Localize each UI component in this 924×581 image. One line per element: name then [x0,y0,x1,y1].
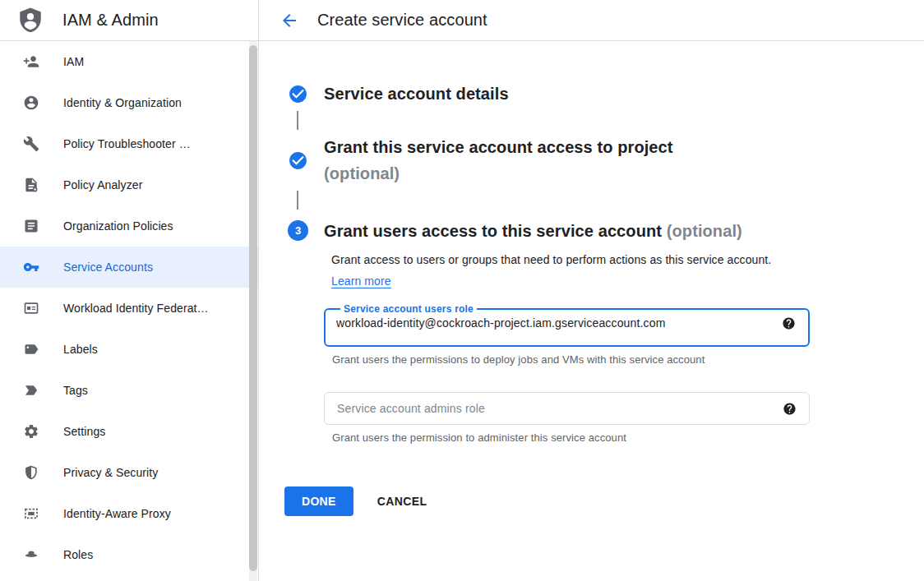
users-role-helper-text: Grant users the permissions to deploy jo… [332,353,924,366]
step-title: Grant users access to this service accou… [324,218,924,244]
step-complete-check-icon [288,84,308,104]
sidebar-item-label: Identity & Organization [63,96,182,109]
sidebar-item-iam[interactable]: IAM [0,41,259,82]
admins-role-input[interactable] [335,401,774,416]
sidebar-content-divider [258,0,259,581]
sidebar-item-label: Privacy & Security [63,466,158,479]
step-description: Grant access to users or groups that nee… [331,249,782,292]
sidebar-item-label: Tags [63,384,88,397]
sidebar-item-workload-identity-federation[interactable]: Workload Identity Federat… [0,288,259,329]
cancel-button[interactable]: CANCEL [364,486,441,516]
tag-icon [23,382,39,399]
sidebar-item-policy-troubleshooter[interactable]: Policy Troubleshooter … [0,123,259,164]
sidebar-item-roles[interactable]: Roles [0,534,259,575]
sidebar-item-privacy-security[interactable]: Privacy & Security [0,452,259,493]
optional-label: (optional) [667,222,742,240]
step-service-account-details: Service account details [288,81,924,107]
users-role-field-label: Service account users role [340,303,477,315]
iam-shield-person-icon [16,7,44,35]
service-account-key-icon [23,259,39,275]
sidebar-item-identity-aware-proxy[interactable]: Identity-Aware Proxy [0,493,259,534]
product-header: IAM & Admin [0,0,259,40]
back-button[interactable] [280,11,299,30]
sidebar-item-label: Settings [63,425,105,438]
sidebar-item-label: Service Accounts [63,261,153,274]
app-header: IAM & Admin Create service account [0,0,924,41]
sidebar-item-label: IAM [63,55,84,68]
sidebar-item-policy-analyzer[interactable]: Policy Analyzer [0,164,259,205]
help-icon[interactable] [782,316,796,330]
badge-card-icon [23,300,39,316]
step-connector-line [297,111,298,130]
step-connector-line [297,191,298,210]
step-grant-access-to-project: Grant this service account access to pro… [288,134,924,187]
sidebar-item-label: Identity-Aware Proxy [63,507,171,520]
step-complete-check-icon [288,150,308,171]
sidebar-item-label: Organization Policies [63,219,173,233]
sidebar-item-label: Policy Analyzer [63,178,142,191]
sidebar: IAM Identity & Organization Policy Troub… [0,41,259,581]
back-arrow-icon [280,11,299,30]
admins-role-helper-text: Grant users the permission to administer… [332,431,924,444]
wrench-icon [23,136,39,152]
roles-hat-icon [23,546,39,563]
article-icon [23,218,39,234]
shield-half-icon [23,464,39,481]
sidebar-scrollbar-thumb[interactable] [249,45,257,571]
users-role-input[interactable] [336,315,774,337]
sidebar-item-label: Roles [63,548,93,561]
help-icon[interactable] [783,402,797,416]
account-circle-icon [23,95,39,111]
proxy-icon [23,505,39,522]
wizard-steps: Service account details Grant this servi… [259,41,924,444]
step-number-badge: 3 [288,220,308,241]
sidebar-item-label: Policy Troubleshooter … [63,137,191,150]
step-grant-users-access: 3 Grant users access to this service acc… [288,218,924,444]
policy-analyzer-icon [23,177,39,193]
page-title: Create service account [317,11,487,30]
users-role-field: Service account users role [324,303,810,347]
person-add-icon [23,53,39,70]
main-content: Service account details Grant this servi… [259,41,924,581]
product-title: IAM & Admin [62,11,159,30]
step-title: Service account details [324,81,924,107]
admins-role-field [324,392,810,425]
sidebar-item-settings[interactable]: Settings [0,411,259,452]
step-title: Grant this service account access to pro… [324,134,924,187]
gear-icon [23,423,39,440]
sidebar-item-identity-organization[interactable]: Identity & Organization [0,82,259,123]
optional-label: (optional) [324,160,924,187]
sidebar-item-organization-policies[interactable]: Organization Policies [0,205,259,247]
sidebar-item-label: Labels [63,343,98,356]
sidebar-item-service-accounts[interactable]: Service Accounts [0,247,259,288]
sidebar-item-tags[interactable]: Tags [0,370,259,411]
label-icon [23,341,39,357]
wizard-actions: DONE CANCEL [284,486,924,516]
page-header: Create service account [259,0,924,40]
sidebar-item-labels[interactable]: Labels [0,329,259,370]
learn-more-link[interactable]: Learn more [331,274,391,288]
done-button[interactable]: DONE [284,486,353,516]
sidebar-item-label: Workload Identity Federat… [63,302,209,315]
